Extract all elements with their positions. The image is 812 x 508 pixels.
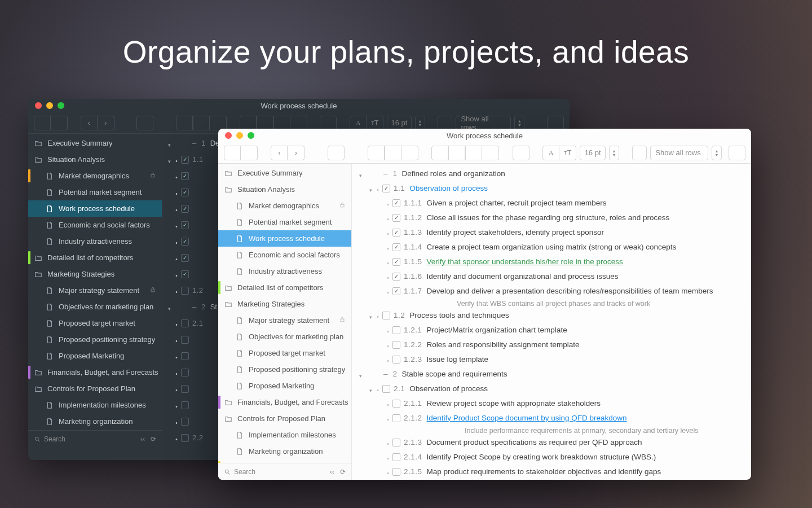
sidebar-item[interactable]: Work process schedule bbox=[218, 230, 351, 247]
checkbox[interactable] bbox=[181, 221, 189, 229]
fontsize-stepper[interactable]: ▲▼ bbox=[415, 116, 425, 130]
checkbox[interactable] bbox=[181, 238, 189, 246]
outline-row[interactable]: ▾•2.1Observation of process bbox=[354, 382, 749, 397]
fontsize-field[interactable]: 16 pt bbox=[580, 146, 606, 160]
checkbox[interactable] bbox=[392, 326, 400, 334]
search-button[interactable] bbox=[729, 146, 745, 160]
checkbox[interactable] bbox=[181, 319, 189, 327]
move-down-button[interactable] bbox=[448, 146, 465, 160]
sidebar-item[interactable]: Implementation milestones bbox=[218, 427, 351, 443]
checkbox[interactable] bbox=[382, 185, 390, 192]
sidebar-item[interactable]: Controls for Proposed Plan bbox=[28, 380, 162, 397]
zoom-icon[interactable] bbox=[58, 102, 64, 109]
sidebar-item[interactable]: Executive Summary bbox=[218, 165, 351, 181]
checkbox[interactable] bbox=[181, 254, 189, 262]
checkbox[interactable] bbox=[392, 243, 400, 251]
filter-stepper[interactable]: ▲▼ bbox=[514, 116, 524, 130]
sidebar-item[interactable]: Detailed list of competitors bbox=[218, 279, 351, 296]
outline-row[interactable]: ▾•1.2Process tools and techniques bbox=[354, 309, 749, 323]
sidebar-search[interactable]: Search ‹‹ ⟳ bbox=[28, 430, 162, 447]
list-button[interactable] bbox=[273, 116, 290, 130]
checkbox[interactable] bbox=[392, 414, 400, 422]
sidebar-item[interactable]: Proposed Marketing bbox=[218, 378, 351, 394]
checkbox[interactable] bbox=[392, 400, 400, 408]
textsize-button[interactable]: TT bbox=[559, 146, 576, 160]
sidebar-item[interactable]: Proposed Marketing bbox=[28, 348, 162, 364]
checkbox[interactable] bbox=[392, 258, 400, 266]
sidebar-item[interactable]: Industry attractiveness bbox=[218, 263, 351, 279]
checkbox[interactable] bbox=[181, 401, 189, 409]
checkbox[interactable] bbox=[181, 385, 189, 393]
outline-row[interactable]: •1.1.1Given a project charter, recruit p… bbox=[354, 196, 749, 211]
delete-button[interactable] bbox=[328, 146, 345, 160]
new-folder-button[interactable] bbox=[51, 116, 68, 130]
note-button[interactable] bbox=[513, 146, 529, 160]
sidebar-search[interactable]: Search ‹‹ ⟳ bbox=[218, 463, 351, 480]
forward-button[interactable]: › bbox=[98, 116, 114, 130]
filter-icon[interactable] bbox=[632, 146, 647, 160]
outline-row[interactable]: •1.1.5Verify that sponsor understands hi… bbox=[354, 255, 749, 270]
outline-row[interactable]: •2.1.4Identify Project Scope by creating… bbox=[354, 450, 749, 465]
close-icon[interactable] bbox=[35, 102, 42, 109]
checkbox[interactable] bbox=[181, 336, 189, 344]
indent-button[interactable] bbox=[193, 116, 210, 130]
checkbox[interactable] bbox=[392, 439, 400, 446]
split-button[interactable] bbox=[210, 116, 227, 130]
sidebar-item[interactable]: Major strategy statement bbox=[28, 282, 162, 299]
collapse-icon[interactable]: ‹‹ bbox=[140, 435, 145, 443]
outline-row[interactable]: •2.1.1Review project scope with appropri… bbox=[354, 397, 749, 411]
new-doc-button[interactable] bbox=[224, 146, 241, 160]
move-up-button[interactable] bbox=[240, 116, 257, 130]
outline-row[interactable]: •1.1.7Develop and deliver a presentation… bbox=[354, 284, 749, 299]
filter-select[interactable]: Show all rows bbox=[650, 146, 708, 160]
sidebar-item[interactable]: Economic and social factors bbox=[218, 247, 351, 263]
disclosure-icon[interactable]: ▾ bbox=[356, 170, 364, 181]
checkbox[interactable] bbox=[382, 312, 390, 319]
outdent-button[interactable] bbox=[368, 146, 385, 160]
back-button[interactable]: ‹ bbox=[81, 116, 98, 130]
sidebar-item[interactable]: Detailed list of competitors bbox=[28, 249, 162, 266]
minimize-icon[interactable] bbox=[236, 132, 243, 139]
sidebar-item[interactable]: Potential market segment bbox=[218, 214, 351, 230]
checkbox[interactable] bbox=[392, 341, 400, 349]
split-button[interactable] bbox=[401, 146, 418, 160]
filter-select[interactable]: Show all rows bbox=[456, 116, 511, 130]
collapse-icon[interactable]: ‹‹ bbox=[330, 468, 334, 476]
sidebar-item[interactable]: Proposed target market bbox=[218, 345, 351, 361]
delete-button[interactable] bbox=[136, 116, 153, 130]
font-button[interactable]: A bbox=[542, 146, 559, 160]
numbered-button[interactable]: 1 bbox=[290, 116, 307, 130]
forward-button[interactable]: › bbox=[288, 146, 304, 160]
outline-row[interactable]: •2.1.2Identify Product Scope document by… bbox=[354, 411, 749, 426]
sidebar-item[interactable]: Proposed positioning strategy bbox=[218, 361, 351, 378]
fontsize-stepper[interactable]: ▲▼ bbox=[609, 146, 619, 160]
outline-row[interactable]: •1.1.3Identify project stakeholders, ide… bbox=[354, 226, 749, 240]
sidebar-item[interactable]: Situation Analysis bbox=[218, 181, 351, 198]
sidebar-item[interactable]: Industry attractiveness bbox=[28, 233, 162, 249]
checkbox[interactable] bbox=[392, 229, 400, 237]
fontsize-field[interactable]: 16 pt bbox=[387, 116, 412, 130]
disclosure-icon[interactable]: ▾ bbox=[367, 386, 374, 396]
checkbox[interactable] bbox=[392, 199, 400, 207]
sidebar-item[interactable]: Market demographics bbox=[218, 198, 351, 214]
sidebar-item[interactable]: Marketing Strategies bbox=[218, 296, 351, 312]
filter-icon[interactable] bbox=[438, 116, 452, 130]
sidebar-item[interactable]: Financials, Budget, and Forecasts bbox=[218, 394, 351, 410]
disclosure-icon[interactable]: ▾ bbox=[165, 140, 173, 150]
outline-row[interactable]: ▾– 1Defined roles and organization bbox=[354, 167, 749, 182]
back-button[interactable]: ‹ bbox=[271, 146, 288, 160]
checkbox[interactable] bbox=[181, 287, 189, 295]
indent-button[interactable] bbox=[385, 146, 401, 160]
disclosure-icon[interactable]: ▾ bbox=[367, 185, 374, 195]
checkbox[interactable] bbox=[181, 352, 189, 360]
checkbox[interactable] bbox=[392, 214, 400, 222]
sidebar-item[interactable]: Financials, Budget, and Forecasts bbox=[28, 364, 162, 380]
checkbox[interactable] bbox=[392, 273, 400, 281]
sidebar-item[interactable]: Marketing Strategies bbox=[28, 266, 162, 282]
sidebar-item[interactable]: Objectives for marketing plan bbox=[218, 329, 351, 345]
outline-row[interactable]: ▾•1.1Observation of process bbox=[354, 182, 749, 196]
outline-row[interactable]: •1.2.2Roles and responsibility assignmen… bbox=[354, 338, 749, 353]
sidebar-item[interactable]: Executive Summary bbox=[28, 135, 162, 151]
zoom-icon[interactable] bbox=[248, 132, 254, 139]
sidebar-item[interactable]: Market demographics bbox=[28, 168, 162, 184]
